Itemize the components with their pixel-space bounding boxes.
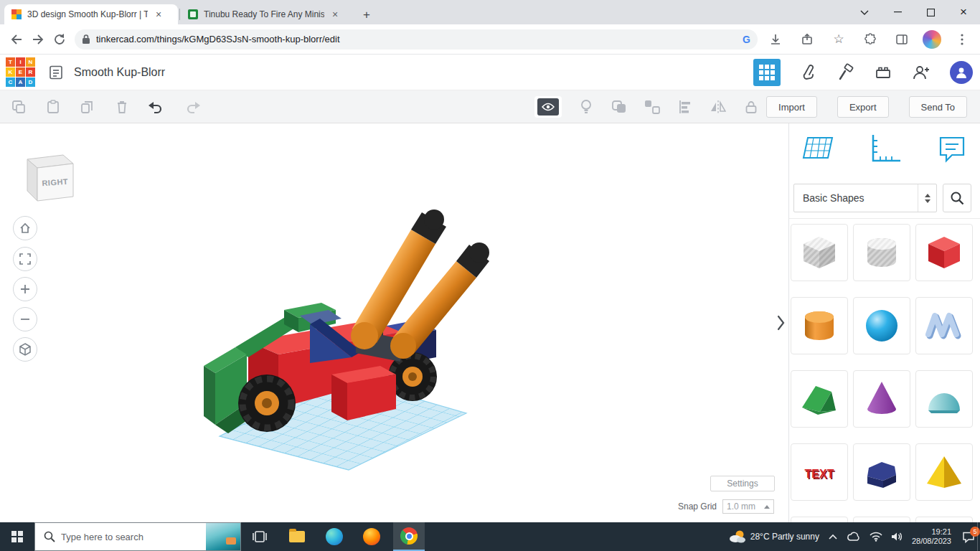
- 3d-viewport[interactable]: RIGHT: [0, 123, 787, 522]
- tab-close-icon[interactable]: ×: [330, 9, 340, 20]
- show-desktop-strip[interactable]: [977, 522, 980, 551]
- notifications-icon[interactable]: 5: [960, 528, 977, 545]
- side-panel-icon[interactable]: [891, 29, 913, 50]
- brick-blocks-icon[interactable]: [874, 63, 892, 82]
- snap-grid-dropdown[interactable]: 1.0 mm: [722, 499, 774, 514]
- group-icon[interactable]: [611, 98, 628, 116]
- show-all-lightbulb-icon[interactable]: [578, 98, 595, 116]
- extensions-puzzle-icon[interactable]: [859, 29, 881, 50]
- edge-icon[interactable]: [319, 522, 350, 551]
- address-bar[interactable]: tinkercad.com/things/kGMgD63SJsN-smooth-…: [75, 29, 758, 50]
- browser-profile-avatar[interactable]: [923, 30, 941, 49]
- shape-round-roof[interactable]: [915, 370, 973, 428]
- new-tab-button[interactable]: +: [357, 6, 376, 24]
- redo-icon[interactable]: [184, 98, 202, 116]
- shape-card-partial[interactable]: [791, 517, 848, 522]
- maximize-button[interactable]: [914, 0, 947, 24]
- shape-card-partial[interactable]: [853, 517, 910, 522]
- hammer-icon[interactable]: [837, 63, 855, 82]
- minimize-button[interactable]: [881, 0, 914, 24]
- hide-visibility-icon[interactable]: [534, 96, 562, 118]
- browser-tab-inactive[interactable]: Tinubu Ready To Fire Any Ministe ×: [181, 4, 352, 24]
- url-text: tinkercad.com/things/kGMgD63SJsN-smooth-…: [96, 34, 743, 44]
- shape-card-partial[interactable]: [915, 517, 973, 522]
- notes-tool-icon[interactable]: [933, 131, 971, 168]
- start-button[interactable]: [0, 522, 34, 551]
- import-button[interactable]: Import: [766, 96, 817, 118]
- shape-cylinder[interactable]: [791, 297, 848, 354]
- forward-icon[interactable]: [27, 29, 49, 50]
- shape-gallery: TEXT TEXT: [791, 224, 979, 522]
- design-title[interactable]: Smooth Kup-Blorr: [74, 66, 165, 79]
- google-icon[interactable]: G: [743, 34, 750, 45]
- view-cube[interactable]: RIGHT: [19, 142, 79, 207]
- firefox-icon[interactable]: [356, 522, 387, 551]
- close-button[interactable]: ×: [947, 0, 980, 24]
- search-highlight-image[interactable]: [206, 523, 240, 550]
- download-icon[interactable]: [765, 29, 786, 50]
- copy-icon[interactable]: [10, 98, 27, 116]
- perspective-toggle-button[interactable]: [13, 337, 37, 362]
- lock-icon[interactable]: [743, 98, 760, 116]
- shape-sphere[interactable]: [853, 297, 910, 354]
- account-avatar[interactable]: [950, 61, 973, 84]
- shape-box[interactable]: [915, 224, 973, 281]
- send-to-button[interactable]: Send To: [909, 96, 967, 118]
- shapes-panel: Basic Shapes: [788, 123, 980, 522]
- shape-cone[interactable]: [853, 370, 910, 428]
- fit-view-button[interactable]: [13, 247, 37, 271]
- taskbar-search[interactable]: [34, 522, 241, 551]
- browser-tab-strip: 3D design Smooth Kup-Blorr | Ti × Tinubu…: [0, 0, 980, 24]
- window-menu-chevron-icon[interactable]: [848, 0, 881, 24]
- workplane-view-button[interactable]: [753, 59, 781, 86]
- align-icon[interactable]: [677, 98, 694, 116]
- shape-category-dropdown[interactable]: Basic Shapes: [793, 184, 937, 212]
- weather-widget[interactable]: 28°C Partly sunny: [729, 529, 819, 544]
- paste-icon[interactable]: [44, 98, 62, 116]
- shape-hole-cylinder[interactable]: [853, 224, 910, 281]
- shape-hole-box[interactable]: [791, 224, 848, 281]
- browser-tab-active[interactable]: 3D design Smooth Kup-Blorr | Ti ×: [4, 4, 178, 24]
- volume-icon[interactable]: [891, 532, 903, 542]
- zoom-in-button[interactable]: [13, 277, 37, 301]
- onedrive-cloud-icon[interactable]: [847, 532, 861, 542]
- design-menu-icon[interactable]: [48, 65, 64, 80]
- ungroup-icon[interactable]: [644, 98, 661, 116]
- dropdown-stepper-icon[interactable]: [918, 184, 936, 212]
- shape-text[interactable]: TEXT TEXT: [791, 443, 848, 501]
- tinker-glove-icon[interactable]: [799, 63, 818, 82]
- shape-scribble[interactable]: [915, 297, 973, 354]
- home-view-button[interactable]: [13, 216, 37, 240]
- zoom-out-button[interactable]: [13, 307, 37, 331]
- panel-collapse-chevron[interactable]: [775, 309, 787, 337]
- undo-icon[interactable]: [147, 98, 164, 116]
- ruler-tool-icon[interactable]: [867, 131, 904, 168]
- mirror-flip-icon[interactable]: [710, 98, 727, 116]
- export-button[interactable]: Export: [837, 96, 889, 118]
- workplane-tool-icon[interactable]: [799, 131, 837, 168]
- task-view-button[interactable]: [244, 522, 275, 551]
- chrome-icon-active[interactable]: [393, 522, 425, 551]
- network-wifi-icon[interactable]: [870, 532, 882, 542]
- shape-polygon[interactable]: [853, 443, 910, 501]
- bookmark-star-icon[interactable]: ☆: [828, 29, 849, 50]
- snap-grid-label: Snap Grid: [678, 501, 717, 512]
- shape-search-button[interactable]: [943, 184, 971, 212]
- delete-trash-icon[interactable]: [113, 98, 131, 116]
- tray-chevron-up-icon[interactable]: [828, 534, 838, 540]
- search-input[interactable]: [61, 532, 206, 542]
- shape-pyramid[interactable]: [915, 443, 973, 501]
- shape-roof[interactable]: [791, 370, 848, 428]
- 3d-model[interactable]: [179, 194, 524, 481]
- tab-close-icon[interactable]: ×: [154, 9, 164, 20]
- back-icon[interactable]: [6, 29, 27, 50]
- taskbar-clock[interactable]: 19:21 28/08/2023: [912, 527, 951, 546]
- invite-person-icon[interactable]: [911, 63, 931, 82]
- browser-menu-kebab-icon[interactable]: [951, 29, 973, 50]
- duplicate-icon[interactable]: [79, 98, 96, 116]
- tinkercad-logo[interactable]: TIN KER CAD: [6, 57, 35, 87]
- settings-button[interactable]: Settings: [710, 476, 775, 491]
- refresh-icon[interactable]: [49, 29, 70, 50]
- file-explorer-icon[interactable]: [281, 522, 313, 551]
- share-icon[interactable]: [796, 29, 818, 50]
